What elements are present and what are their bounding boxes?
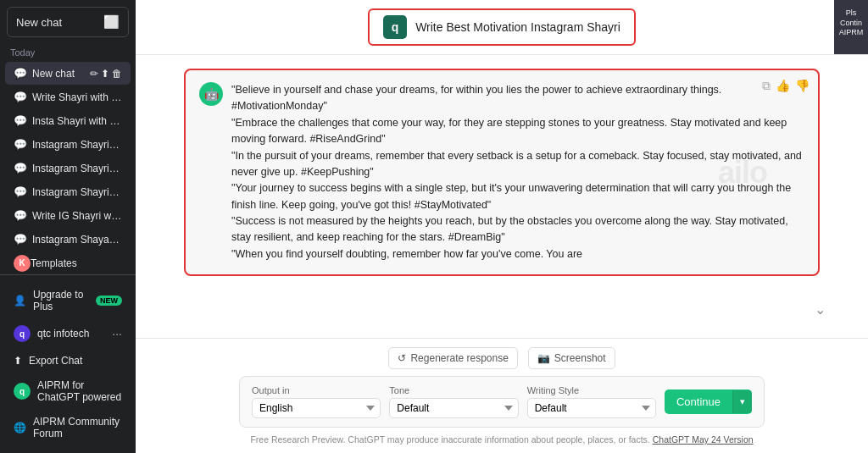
- writing-style-label: Writing Style: [527, 385, 656, 395]
- upgrade-to-plus[interactable]: 👤 Upgrade to Plus NEW: [5, 283, 131, 318]
- sidebar-item-insta-shayri[interactable]: 💬 Insta Shayri with ChatGPT: [5, 109, 131, 132]
- continue-dropdown-icon[interactable]: ▾: [732, 390, 752, 413]
- sidebar-item-label: Write IG Shayri w/ ChatGPT: [32, 210, 122, 222]
- thumbs-up-icon[interactable]: 👍: [776, 79, 790, 93]
- export-icon: ⬆: [14, 355, 22, 367]
- new-chat-label: New chat: [16, 16, 62, 29]
- tone-label: Tone: [389, 385, 518, 395]
- message-block: 🤖 "Believe in yourself and chase your dr…: [184, 69, 820, 276]
- sidebar-items-list: 💬 New chat ✏⬆🗑 💬 Write Shayri with ChatG…: [0, 61, 136, 251]
- tone-select[interactable]: DefaultFormalCasualFunny: [389, 398, 518, 418]
- sidebar-bottom: 👤 Upgrade to Plus NEW q qtc infotech ···…: [0, 274, 136, 446]
- community-label: AIPRM Community Forum: [33, 416, 122, 439]
- sidebar-item-instagram-shayari-guide[interactable]: 💬 Instagram Shayari Guide: [5, 228, 131, 251]
- screenshot-icon: 📷: [537, 352, 550, 364]
- prompt-box: q Write Best Motivation Instagram Shayri: [368, 8, 636, 46]
- chat-icon: 💬: [14, 91, 27, 103]
- sidebar-item-instagram-shayri-chatgpt2[interactable]: 💬 Instagram Shayri with Chatgp...: [5, 180, 131, 203]
- sidebar-item-label: Instagram Shayri with Chatgp...: [32, 186, 122, 198]
- edit-icon: ⬜: [103, 14, 120, 30]
- sidebar-item-write-shayri[interactable]: 💬 Write Shayri with ChatGPT: [5, 86, 131, 108]
- chat-icon: 💬: [14, 209, 27, 222]
- new-chat-button[interactable]: New chat ⬜: [7, 7, 129, 37]
- ai-message: 🤖 "Believe in yourself and chase your dr…: [184, 69, 820, 276]
- output-label: Output in: [252, 385, 381, 395]
- chat-icon: 💬: [14, 185, 27, 198]
- thumbs-down-icon[interactable]: 👎: [795, 79, 810, 93]
- sidebar-item-instagram-writing[interactable]: 💬 Instagram Shayri: Writing Gui...: [5, 133, 131, 156]
- sidebar-item-label: Instagram Shayari Guide: [32, 234, 122, 246]
- user-icon: 👤: [14, 295, 26, 307]
- chat-icon: 💬: [14, 138, 27, 151]
- sidebar-item-instagram-shayri-chatgpt[interactable]: 💬 Instagram Shayri with ChatGP...: [5, 157, 131, 180]
- user-account[interactable]: q qtc infotech ···: [5, 319, 131, 348]
- delete-action[interactable]: 🗑: [112, 68, 122, 80]
- continue-button[interactable]: Continue ▾: [665, 389, 752, 414]
- aiprm-powered[interactable]: q AIPRM for ChatGPT powered: [5, 373, 131, 409]
- new-badge: NEW: [96, 296, 122, 306]
- bottom-bar: ↺ Regenerate response 📷 Screenshot Outpu…: [136, 338, 868, 453]
- regenerate-label: Regenerate response: [410, 352, 508, 364]
- tone-group: Tone DefaultFormalCasualFunny: [389, 385, 518, 418]
- continue-label: Continue: [665, 389, 732, 414]
- regenerate-button[interactable]: ↺ Regenerate response: [388, 347, 517, 369]
- aiprm-community[interactable]: 🌐 AIPRM Community Forum: [5, 410, 131, 445]
- ai-message-actions: ⧉ 👍 👎: [762, 79, 810, 93]
- prompt-icon: q: [383, 15, 407, 39]
- sidebar-item-new-chat[interactable]: 💬 New chat ✏⬆🗑: [5, 62, 131, 85]
- upgrade-label: Upgrade to Plus: [33, 289, 89, 312]
- right-panel-text: Pls Contin AIPRM: [839, 8, 864, 38]
- copy-icon[interactable]: ⧉: [762, 79, 771, 93]
- sidebar-item-templates[interactable]: K Templates: [5, 252, 131, 273]
- chat-icon: 💬: [14, 162, 27, 174]
- right-panel-hint: Pls Contin AIPRM: [834, 0, 868, 54]
- sidebar-item-label: Instagram Shayri: Writing Gui...: [32, 139, 122, 151]
- footer-text: Free Research Preview. ChatGPT may produ…: [250, 434, 753, 445]
- scroll-down-button[interactable]: ⌄: [815, 301, 826, 318]
- chat-icon: 💬: [14, 233, 27, 246]
- output-group: Output in EnglishGermanFrenchSpanish: [252, 385, 381, 418]
- ai-avatar: 🤖: [199, 82, 223, 106]
- regenerate-icon: ↺: [398, 352, 406, 364]
- today-section: Today: [0, 44, 136, 61]
- user-label: qtc infotech: [37, 328, 89, 340]
- topbar: q Write Best Motivation Instagram Shayri…: [136, 0, 868, 55]
- templates-label: Templates: [31, 257, 122, 269]
- sidebar: New chat ⬜ Today 💬 New chat ✏⬆🗑 💬 Write …: [0, 0, 136, 453]
- aiprm-icon: q: [14, 383, 31, 400]
- edit-action[interactable]: ✏: [90, 68, 98, 80]
- user-avatar: q: [14, 325, 31, 342]
- footer-link[interactable]: ChatGPT May 24 Version: [653, 434, 754, 445]
- more-icon: ···: [112, 327, 122, 340]
- main-content: q Write Best Motivation Instagram Shayri…: [136, 0, 868, 453]
- export-label: Export Chat: [29, 355, 82, 367]
- sidebar-item-label: Insta Shayri with ChatGPT: [32, 115, 122, 127]
- aiprm-label: AIPRM for ChatGPT powered: [37, 379, 122, 403]
- export-chat[interactable]: ⬆ Export Chat: [5, 349, 131, 373]
- sidebar-item-label: New chat: [32, 68, 90, 80]
- sidebar-item-write-ig-shayri[interactable]: 💬 Write IG Shayri w/ ChatGPT: [5, 204, 131, 227]
- sidebar-item-label: Instagram Shayri with ChatGP...: [32, 163, 122, 174]
- writing-style-group: Writing Style DefaultFormalAcademicCreat…: [527, 385, 656, 418]
- ai-message-content: "Believe in yourself and chase your drea…: [231, 82, 804, 262]
- writing-style-select[interactable]: DefaultFormalAcademicCreative: [527, 398, 656, 418]
- aiprm-toolbar: Output in EnglishGermanFrenchSpanish Ton…: [239, 376, 765, 428]
- screenshot-label: Screenshot: [554, 352, 606, 364]
- bottom-actions: ↺ Regenerate response 📷 Screenshot: [388, 347, 615, 369]
- templates-icon: K: [14, 255, 31, 272]
- prompt-text: Write Best Motivation Instagram Shayri: [415, 20, 620, 34]
- chat-area[interactable]: 🤖 "Believe in yourself and chase your dr…: [136, 55, 868, 338]
- output-select[interactable]: EnglishGermanFrenchSpanish: [252, 398, 381, 418]
- chat-icon: 💬: [14, 114, 27, 127]
- share-action[interactable]: ⬆: [101, 68, 109, 80]
- screenshot-button[interactable]: 📷 Screenshot: [528, 347, 615, 369]
- community-icon: 🌐: [14, 422, 26, 434]
- ai-message-header: 🤖 "Believe in yourself and chase your dr…: [199, 82, 804, 262]
- chat-icon: 💬: [14, 67, 27, 80]
- sidebar-item-label: Write Shayri with ChatGPT: [32, 91, 122, 103]
